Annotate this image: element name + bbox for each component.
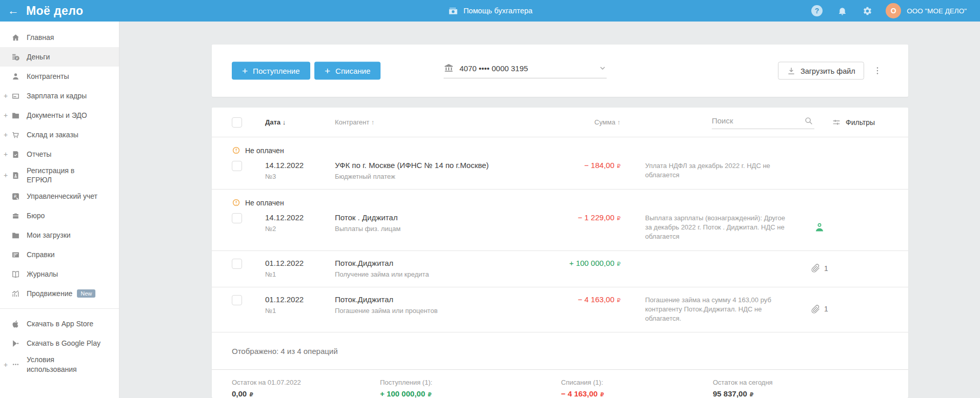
sidebar-item-downloads[interactable]: Мои загрузки [0, 225, 119, 245]
sidebar-item-app-store[interactable]: Скачать в App Store [0, 314, 119, 333]
table-row[interactable]: 01.12.2022 №1 Поток.Диджитал Погашение з… [212, 287, 908, 333]
money-icon: ₽ [11, 53, 20, 61]
summary-bar: Остаток на 01.07.2022 0,00₽ Поступления … [212, 369, 908, 398]
add-income-button[interactable]: + Поступление [232, 62, 310, 80]
row-checkbox[interactable] [232, 259, 242, 269]
ruble-sign: ₽ [750, 391, 754, 398]
sidebar-item-google-play[interactable]: Скачать в Google Play [0, 333, 119, 353]
toolbar-menu-button[interactable] [872, 66, 883, 76]
sidebar-item-contractors[interactable]: Контрагенты [0, 67, 119, 86]
row-amount: − 1 229,00₽ [578, 213, 621, 222]
expand-plus-icon: + [0, 151, 11, 158]
sidebar-item-registration[interactable]: + Регистрация в ЕГРЮЛ [0, 164, 119, 186]
attachment-button[interactable]: 1 [811, 304, 828, 314]
svg-text:₽: ₽ [16, 56, 18, 59]
ruble-sign: ₽ [617, 297, 621, 304]
summary-label: Поступления (1): [380, 379, 561, 386]
chevron-down-icon [598, 64, 607, 72]
column-header-contractor[interactable]: Контрагент ↑ [335, 118, 550, 126]
bank-account-selector[interactable]: 4070 •••• 0000 3195 [444, 63, 607, 78]
filters-button[interactable]: Фильтры [832, 118, 875, 127]
promotion-icon [11, 289, 20, 298]
row-contractor: УФК по г. Москве (ИФНС № 14 по г.Москве) [335, 161, 535, 170]
sidebar-item-terms[interactable]: + Условия использования [0, 353, 119, 375]
company-account-menu[interactable]: О ООО "МОЕ ДЕЛО" [886, 3, 967, 18]
sidebar-item-label: Зарплата и кадры [27, 91, 87, 100]
ruble-sign: ₽ [600, 391, 604, 398]
sidebar-item-documents[interactable]: + Документы и ЭДО [0, 106, 119, 125]
column-header-date[interactable]: Дата ↓ [265, 118, 335, 126]
sidebar-item-promotion[interactable]: Продвижение New [0, 284, 119, 303]
summary-value: 0,00₽ [232, 389, 380, 398]
paperclip-icon [811, 304, 821, 314]
add-income-label: Поступление [253, 67, 299, 75]
row-number: №2 [265, 225, 335, 233]
expand-plus-icon: + [0, 92, 11, 99]
summary-item: Списания (1): − 4 163,00₽ [561, 379, 713, 398]
expand-plus-icon: + [0, 131, 11, 138]
sidebar: Главная ₽ Деньги Контрагенты + Зарплата … [0, 22, 119, 398]
ruble-sign: ₽ [249, 391, 253, 398]
attachment-count: 1 [824, 305, 828, 313]
row-checkbox[interactable] [232, 213, 242, 223]
sidebar-item-home[interactable]: Главная [0, 28, 119, 47]
attachment-button[interactable]: 1 [811, 263, 828, 273]
column-header-amount[interactable]: Сумма ↑ [594, 118, 621, 126]
table-row[interactable]: Не оплачен 14.12.2022 №2 Поток . Диджита… [212, 190, 908, 251]
expand-plus-icon: + [0, 172, 11, 179]
warning-icon [232, 146, 241, 155]
search-icon[interactable] [804, 116, 813, 125]
main-content: + Поступление + Списание 4070 •••• 0000 … [119, 22, 980, 398]
row-description: Погашение займа на сумму 4 163,00 руб ко… [645, 295, 791, 324]
sidebar-item-certificates[interactable]: Справки [0, 245, 119, 264]
row-status: Не оплачен [212, 146, 908, 155]
sidebar-item-management[interactable]: ₽ Управленческий учет [0, 186, 119, 206]
accountant-help-button[interactable]: Помощь бухгалтера [448, 6, 533, 16]
sidebar-item-warehouse[interactable]: + Склад и заказы [0, 125, 119, 144]
row-checkbox[interactable] [232, 161, 242, 171]
cash-icon [448, 6, 458, 16]
notifications-button[interactable] [836, 5, 848, 16]
sidebar-item-reports[interactable]: + Отчеты [0, 144, 119, 164]
sidebar-item-label: Отчеты [27, 150, 51, 159]
upload-file-button[interactable]: Загрузить файл [778, 62, 864, 80]
sidebar-item-journals[interactable]: Журналы [0, 264, 119, 284]
row-date: 14.12.2022 [265, 161, 335, 170]
sidebar-divider [0, 308, 119, 309]
row-status-label: Не оплачен [245, 199, 284, 207]
ruble-sign: ₽ [428, 391, 432, 398]
select-all-checkbox[interactable] [232, 117, 242, 128]
sidebar-item-bureau[interactable]: Бюро [0, 206, 119, 225]
journals-icon [11, 270, 20, 279]
sidebar-item-money[interactable]: ₽ Деньги [0, 47, 119, 67]
table-row[interactable]: 01.12.2022 №1 Поток.Диджитал Получение з… [212, 251, 908, 287]
header-right: ? О ООО "МОЕ ДЕЛО" [797, 3, 980, 18]
add-expense-label: Списание [335, 67, 370, 75]
row-date: 01.12.2022 [265, 259, 335, 267]
download-icon [787, 66, 796, 75]
help-button[interactable]: ? [811, 5, 823, 16]
registration-icon [11, 171, 20, 180]
terms-icon [11, 360, 20, 369]
plus-icon: + [325, 66, 330, 76]
filters-label: Фильтры [846, 118, 875, 127]
settings-button[interactable] [862, 5, 873, 16]
attachment-count: 1 [824, 264, 828, 273]
sidebar-item-salary[interactable]: + Зарплата и кадры [0, 86, 119, 106]
ruble-sign: ₽ [617, 215, 621, 222]
add-expense-button[interactable]: + Списание [314, 62, 381, 80]
upload-file-label: Загрузить файл [801, 67, 855, 75]
row-contractor: Поток.Диджитал [335, 295, 535, 304]
row-description: Выплата зарплаты (вознаграждений): Друго… [645, 213, 791, 242]
back-arrow-icon[interactable]: ← [8, 5, 19, 16]
google-play-icon [11, 339, 20, 348]
table-row[interactable]: Не оплачен 14.12.2022 №3 УФК по г. Москв… [212, 137, 908, 190]
contractors-icon [11, 72, 20, 81]
search-input[interactable] [712, 115, 814, 129]
sidebar-item-label: Справки [27, 250, 55, 259]
bank-account-value: 4070 •••• 0000 3195 [459, 64, 528, 73]
row-description: Уплата НДФЛ за декабрь 2022 г. НДС не об… [645, 161, 791, 180]
search-box [712, 115, 814, 129]
row-amount: + 100 000,00₽ [569, 259, 621, 267]
row-checkbox[interactable] [232, 295, 242, 305]
